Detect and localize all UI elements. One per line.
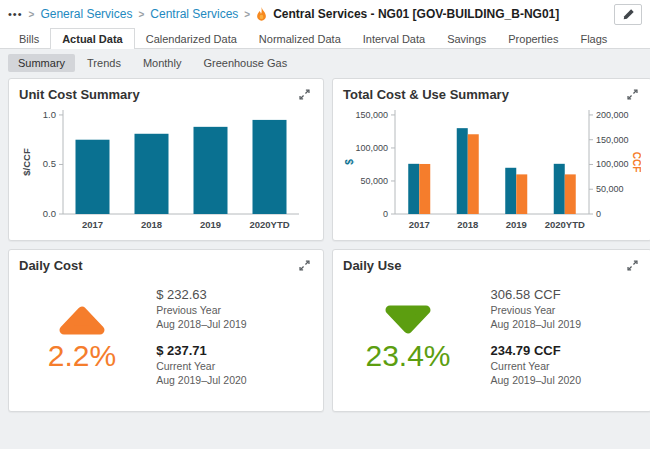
unit-cost-chart: 0.00.51.0$/CCF2017201820192020YTD [19, 104, 313, 234]
total-cost-use-chart: 050,000100,000150,000050,000100,000150,0… [343, 104, 641, 234]
breadcrumb-menu-button[interactable]: ••• [8, 8, 23, 20]
use-bar-2019[interactable] [516, 174, 527, 214]
svg-text:$: $ [344, 159, 355, 165]
cost-bar-2017[interactable] [408, 164, 419, 214]
breadcrumb-current: Central Services - NG01 [GOV-BUILDING_B-… [273, 7, 559, 21]
breadcrumb-links: >General Services>Central Services> [29, 7, 251, 21]
daily-use-stats: 23.4% 306.58 CCF Previous Year Aug 2018–… [343, 275, 641, 405]
tab-actual-data[interactable]: Actual Data [50, 28, 135, 49]
svg-text:2020YTD: 2020YTD [249, 219, 289, 230]
breadcrumb-link-central-services[interactable]: Central Services [150, 7, 238, 21]
trend-indicator: 2.2% [48, 303, 116, 371]
daily-cost-stats: 2.2% $ 232.63 Previous Year Aug 2018–Jul… [19, 275, 313, 405]
flame-icon [256, 7, 267, 21]
total-cost-use-chart-svg: 050,000100,000150,000050,000100,000150,0… [343, 104, 641, 234]
svg-text:50,000: 50,000 [596, 184, 624, 194]
tab-savings[interactable]: Savings [436, 28, 497, 49]
svg-text:0.0: 0.0 [43, 208, 56, 219]
tab-normalized-data[interactable]: Normalized Data [248, 28, 352, 49]
svg-text:0: 0 [383, 209, 388, 219]
breadcrumb-separator: > [138, 9, 144, 20]
cost-bar-2019[interactable] [505, 168, 516, 214]
svg-text:1.0: 1.0 [43, 109, 56, 120]
use-bar-2017[interactable] [419, 164, 430, 214]
tab-bar: BillsActual DataCalendarized DataNormali… [0, 28, 650, 49]
svg-text:0.5: 0.5 [43, 158, 56, 169]
expand-icon[interactable] [626, 258, 641, 273]
breadcrumb-link-general-services[interactable]: General Services [40, 7, 132, 21]
expand-icon[interactable] [298, 258, 313, 273]
unit-cost-bar-2020YTD[interactable] [253, 120, 287, 214]
svg-text:2018: 2018 [141, 219, 162, 230]
breadcrumb-separator: > [29, 9, 35, 20]
year-values: $ 232.63 Previous Year Aug 2018–Jul 2019… [156, 287, 284, 388]
svg-text:100,000: 100,000 [596, 159, 629, 169]
edit-button[interactable] [614, 4, 642, 25]
panel-header: Daily Cost [19, 255, 313, 275]
unit-cost-chart-svg: 0.00.51.0$/CCF2017201820192020YTD [19, 104, 313, 234]
percent-change: 2.2% [48, 341, 116, 371]
svg-text:150,000: 150,000 [355, 110, 388, 120]
unit-cost-bar-2018[interactable] [135, 134, 169, 214]
svg-text:100,000: 100,000 [355, 143, 388, 153]
svg-text:2019: 2019 [200, 219, 221, 230]
svg-text:2019: 2019 [506, 219, 527, 230]
tab-properties[interactable]: Properties [497, 28, 569, 49]
panel-daily-use: Daily Use 23.4% 306.58 CCF Previous Year… [332, 249, 650, 412]
cost-bar-2020YTD[interactable] [554, 164, 565, 214]
expand-icon[interactable] [298, 87, 313, 102]
panel-title: Unit Cost Summary [19, 87, 140, 102]
svg-text:$/CCF: $/CCF [21, 148, 32, 176]
unit-cost-bar-2017[interactable] [76, 140, 110, 214]
svg-text:2020YTD: 2020YTD [545, 219, 585, 230]
panel-title: Daily Cost [19, 258, 83, 273]
use-bar-2020YTD[interactable] [565, 174, 576, 214]
svg-text:CCF: CCF [631, 152, 641, 173]
previous-year-label: Previous Year [156, 303, 284, 317]
trend-down-icon [382, 303, 434, 337]
svg-text:0: 0 [596, 209, 601, 219]
panel-header: Unit Cost Summary [19, 84, 313, 104]
panel-header: Daily Use [343, 255, 641, 275]
trend-up-icon [56, 303, 108, 337]
panel-title: Total Cost & Use Summary [343, 87, 509, 102]
previous-year-value: 306.58 CCF [491, 287, 619, 302]
current-year-range: Aug 2019–Jul 2020 [491, 373, 619, 387]
tab-calendarized-data[interactable]: Calendarized Data [135, 28, 248, 49]
svg-text:200,000: 200,000 [596, 110, 629, 120]
breadcrumb-separator: > [244, 9, 250, 20]
year-values: 306.58 CCF Previous Year Aug 2018–Jul 20… [491, 287, 619, 388]
current-year-range: Aug 2019–Jul 2020 [156, 373, 284, 387]
current-year-value: 234.79 CCF [491, 343, 619, 358]
svg-text:2017: 2017 [409, 219, 430, 230]
previous-year-label: Previous Year [491, 303, 619, 317]
panel-title: Daily Use [343, 258, 402, 273]
unit-cost-bar-2019[interactable] [194, 127, 228, 214]
panel-daily-cost: Daily Cost 2.2% $ 232.63 Previous Year A… [8, 249, 324, 412]
svg-text:50,000: 50,000 [360, 176, 388, 186]
tab-bills[interactable]: Bills [8, 28, 50, 49]
subtab-bar: SummaryTrendsMonthlyGreenhouse Gas [8, 54, 642, 72]
use-bar-2018[interactable] [468, 134, 479, 214]
tab-interval-data[interactable]: Interval Data [352, 28, 436, 49]
expand-icon[interactable] [626, 87, 641, 102]
panel-total-cost-use-summary: Total Cost & Use Summary 050,000100,0001… [332, 78, 650, 241]
previous-year-range: Aug 2018–Jul 2019 [491, 317, 619, 331]
subtab-greenhouse-gas[interactable]: Greenhouse Gas [193, 54, 297, 72]
breadcrumb-bar: ••• >General Services>Central Services> … [0, 0, 650, 28]
svg-text:2017: 2017 [82, 219, 103, 230]
cost-bar-2018[interactable] [457, 128, 468, 214]
subtab-summary[interactable]: Summary [8, 54, 75, 72]
pencil-icon [622, 8, 635, 21]
subtab-monthly[interactable]: Monthly [133, 54, 192, 72]
panel-unit-cost-summary: Unit Cost Summary 0.00.51.0$/CCF20172018… [8, 78, 324, 241]
svg-text:150,000: 150,000 [596, 135, 629, 145]
dashboard-grid: Unit Cost Summary 0.00.51.0$/CCF20172018… [8, 78, 642, 412]
tab-flags[interactable]: Flags [569, 28, 618, 49]
current-year-value: $ 237.71 [156, 343, 284, 358]
svg-text:2018: 2018 [457, 219, 478, 230]
current-year-label: Current Year [491, 359, 619, 373]
previous-year-value: $ 232.63 [156, 287, 284, 302]
subtab-trends[interactable]: Trends [77, 54, 131, 72]
trend-indicator: 23.4% [365, 303, 450, 371]
